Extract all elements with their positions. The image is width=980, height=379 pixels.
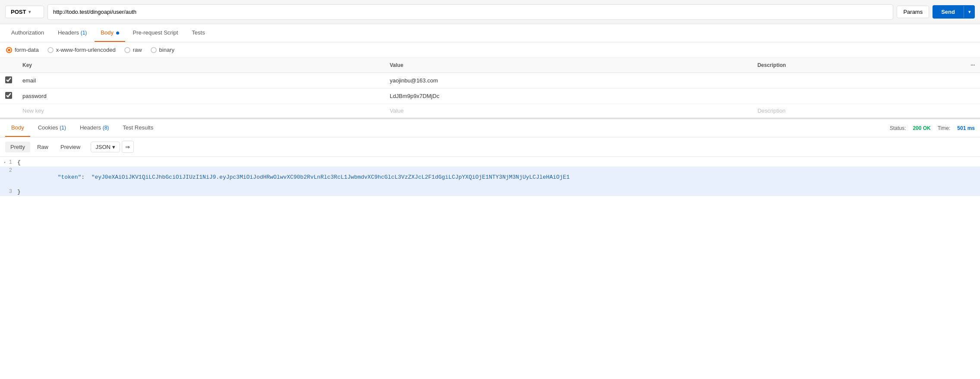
format-dropdown[interactable]: JSON ▾: [91, 142, 120, 152]
response-tab-cookies[interactable]: Cookies (1): [32, 119, 72, 137]
line-num-2: 2: [0, 167, 17, 174]
radio-raw-circle: [124, 47, 130, 53]
token-value: "eyJ0eXAiOiJKV1QiLCJhbGciOiJIUzI1NiJ9.ey…: [92, 174, 570, 180]
send-chevron-icon[interactable]: ▾: [964, 6, 975, 18]
response-tab-test-results[interactable]: Test Results: [117, 119, 159, 137]
time-value: 501 ms: [957, 125, 975, 131]
col-value-header: Value: [385, 58, 752, 73]
cookies-badge: (1): [60, 125, 66, 131]
response-toolbar: Pretty Raw Preview JSON ▾ ⇒: [0, 137, 980, 157]
headers-badge: (1): [81, 30, 87, 36]
wrap-icon-symbol: ⇒: [125, 144, 130, 150]
new-desc-placeholder[interactable]: Description: [757, 107, 785, 114]
format-label: JSON: [95, 144, 111, 150]
col-desc-header: Description: [752, 58, 965, 73]
table-row: email yaojinbu@163.com: [0, 73, 980, 88]
line-2-content: "token": "eyJ0eXAiOiJKV1QiLCJhbGciOiJIUz…: [17, 167, 980, 187]
status-value: 200 OK: [913, 125, 930, 131]
table-actions-icon[interactable]: ···: [971, 61, 975, 69]
line-num-1: ▾ 1: [0, 159, 17, 165]
radio-form-data[interactable]: form-data: [6, 47, 39, 53]
row-2-key[interactable]: password: [17, 88, 385, 104]
send-button-group: Send ▾: [933, 5, 975, 19]
body-dot-indicator: [116, 32, 119, 35]
new-key-placeholder[interactable]: New key: [22, 107, 44, 114]
collapse-arrow-1[interactable]: ▾: [3, 161, 6, 165]
response-code-area: ▾ 1 { 2 "token": "eyJ0eXAiOiJKV1QiLCJhbG…: [0, 157, 980, 198]
tab-body[interactable]: Body: [95, 24, 125, 42]
row-2-desc[interactable]: [752, 88, 965, 104]
top-bar: POST ▾ Params Send ▾: [0, 0, 980, 24]
tab-headers[interactable]: Headers (1): [52, 24, 93, 42]
view-pretty-button[interactable]: Pretty: [5, 142, 30, 152]
view-preview-button[interactable]: Preview: [55, 142, 85, 152]
row-1-checkbox[interactable]: [5, 76, 12, 83]
code-line-2: 2 "token": "eyJ0eXAiOiJKV1QiLCJhbGciOiJI…: [0, 167, 980, 188]
line-3-content: }: [17, 189, 980, 195]
tab-tests[interactable]: Tests: [186, 24, 211, 42]
tab-authorization[interactable]: Authorization: [5, 24, 50, 42]
method-chevron-icon: ▾: [28, 9, 31, 14]
new-row: New key Value Description: [0, 104, 980, 118]
method-dropdown[interactable]: POST ▾: [5, 6, 44, 18]
code-line-3: 3 }: [0, 188, 980, 196]
radio-urlencoded-circle: [47, 47, 54, 53]
col-key-header: Key: [17, 58, 385, 73]
row-2-actions: [965, 88, 980, 104]
row-2-checkbox[interactable]: [5, 92, 12, 99]
token-key: "token": [44, 174, 81, 180]
tab-pre-request[interactable]: Pre-request Script: [127, 24, 184, 42]
row-2-value[interactable]: LdJBm9p9x7DMjDc: [385, 88, 752, 104]
table-row: password LdJBm9p9x7DMjDc: [0, 88, 980, 104]
params-button[interactable]: Params: [897, 6, 929, 18]
radio-raw[interactable]: raw: [124, 47, 142, 53]
format-chevron-icon: ▾: [112, 144, 115, 150]
col-actions-header: ···: [965, 58, 980, 73]
row-1-actions: [965, 73, 980, 88]
row-1-desc[interactable]: [752, 73, 965, 88]
url-input[interactable]: [47, 4, 893, 20]
response-tab-bar: Body Cookies (1) Headers (8) Test Result…: [0, 119, 980, 137]
radio-form-data-circle: [6, 47, 12, 53]
row-1-value[interactable]: yaojinbu@163.com: [385, 73, 752, 88]
request-tab-bar: Authorization Headers (1) Body Pre-reque…: [0, 24, 980, 42]
line-num-3: 3: [0, 189, 17, 195]
new-value-placeholder[interactable]: Value: [390, 107, 404, 114]
response-tab-body[interactable]: Body: [5, 119, 30, 137]
row-1-key[interactable]: email: [17, 73, 385, 88]
col-check-header: [0, 58, 17, 73]
method-label: POST: [11, 9, 26, 15]
response-tab-headers[interactable]: Headers (8): [74, 119, 115, 137]
line-1-content: {: [17, 159, 980, 166]
send-label[interactable]: Send: [933, 5, 964, 19]
response-status-bar: Status: 200 OK Time: 501 ms: [890, 125, 975, 131]
radio-binary[interactable]: binary: [151, 47, 174, 53]
kv-table-container: Key Value Description ··· email yaojinbu…: [0, 58, 980, 118]
time-label: Time:: [938, 125, 951, 131]
status-label: Status:: [890, 125, 906, 131]
view-raw-button[interactable]: Raw: [32, 142, 54, 152]
radio-binary-circle: [151, 47, 157, 53]
radio-urlencoded[interactable]: x-www-form-urlencoded: [47, 47, 116, 53]
code-line-1: ▾ 1 {: [0, 158, 980, 167]
response-section: Body Cookies (1) Headers (8) Test Result…: [0, 118, 980, 198]
body-type-bar: form-data x-www-form-urlencoded raw bina…: [0, 42, 980, 58]
resp-headers-badge: (8): [103, 125, 109, 131]
wrap-button[interactable]: ⇒: [122, 141, 134, 153]
